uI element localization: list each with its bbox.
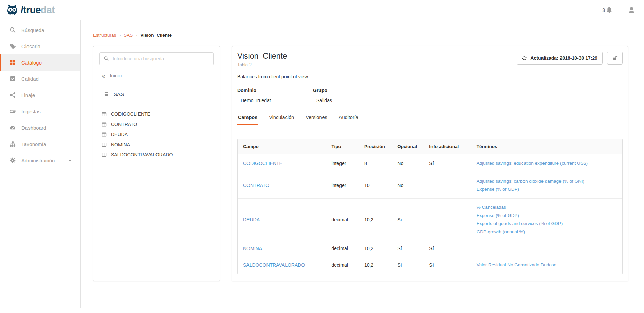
sidebar-item-label: Ingestas [21,109,41,114]
term-link[interactable]: Expense (% of GDP) [477,211,617,220]
lock-button[interactable] [607,52,623,65]
sidebar-item-administracion[interactable]: Administración [0,152,80,168]
field-precision: 10,2 [359,241,392,256]
breadcrumb-item[interactable]: Estructuras [93,33,116,38]
field-extra-info: Sí [424,241,471,256]
term-link[interactable]: Exports of goods and services (% of GDP) [477,220,617,228]
structure-description: Balances from client point of view [237,74,623,79]
detail-tabs: CamposVinculaciónVersionesAuditoría [237,112,623,125]
explorer-table-list: CODIGOCLIENTE CONTRATO DEUDA NOMINA SALD… [102,109,211,160]
explorer-table-item[interactable]: NOMINA [102,140,211,150]
structure-detail-panel: Vision_Cliente Tabla 2 Actualizada: 2 [232,46,628,281]
owl-logo-icon [5,3,19,17]
breadcrumb-separator: › [136,33,137,38]
term-link[interactable]: GDP growth (annual %) [477,228,617,236]
field-optional: No [392,154,424,172]
tags-icon [10,43,16,49]
meta-column: Grupo Salidas [304,88,342,103]
explorer-table-item[interactable]: DEUDA [102,129,211,140]
field-link[interactable]: CONTRATO [243,183,269,188]
field-precision: 10 [359,172,392,198]
term-link[interactable]: % Canceladas [477,203,617,211]
meta-label: Dominio [237,88,294,93]
explorer-table-item-label: DEUDA [111,132,128,137]
check-square-icon [10,76,16,82]
sidebar-item-label: Administración [21,158,55,163]
field-type: integer [326,154,359,172]
refresh-icon [522,56,527,61]
sidebar-item-catalogo[interactable]: Catálogo [0,54,80,71]
explorer-system-sas[interactable]: SAS [102,85,211,104]
field-link[interactable]: DEUDA [243,217,260,222]
sidebar-item-busqueda[interactable]: Búsqueda [0,22,80,38]
explorer-home-label: Inicio [110,73,122,78]
drive-icon [10,108,16,114]
field-link[interactable]: NOMINA [243,246,262,251]
column-header: Tipo [326,139,359,154]
fields-table-wrapper: CampoTipoPrecisiónOpcionalInfo adicional… [237,139,623,274]
updated-button[interactable]: Actualizada: 2018-10-30 17:29 [517,52,603,65]
chevrons-left-icon: « [102,74,105,77]
structure-meta: Dominio Demo Truedat Grupo Salidas [237,88,623,103]
sidebar-item-linaje[interactable]: Linaje [0,87,80,103]
sidebar-item-ingestas[interactable]: Ingestas [0,103,80,119]
sidebar: Búsqueda Glosario Catálogo Calidad Linaj… [0,20,81,308]
tab-campos[interactable]: Campos [237,112,258,125]
tab-vinculacion[interactable]: Vinculación [268,112,295,125]
explorer-table-item[interactable]: CONTRATO [102,119,211,129]
notifications-button[interactable]: 3 [602,7,612,13]
term-link[interactable]: Expense (% of GDP) [477,185,617,194]
term-link[interactable]: Adjusted savings: education expenditure … [477,159,617,167]
column-header: Opcional [392,139,424,154]
column-header: Campo [238,139,326,154]
sidebar-item-calidad[interactable]: Calidad [0,71,80,87]
structure-search [99,52,214,65]
field-optional: Sí [392,241,424,256]
sidebar-item-label: Linaje [21,92,35,98]
field-link[interactable]: SALDOCONTRAVALORADO [243,262,305,268]
sidebar-item-taxonomia[interactable]: Taxonomía [0,136,80,152]
column-header: Info adicional [424,139,471,154]
explorer-table-item-label: CONTRATO [111,122,137,127]
tab-versiones[interactable]: Versiones [305,112,328,125]
page-title: Vision_Cliente [237,52,287,61]
field-terms: Adjusted savings: carbon dioxide damage … [471,172,622,198]
field-terms: Adjusted savings: education expenditure … [471,154,622,172]
sidebar-item-label: Búsqueda [21,27,44,33]
column-header: Precisión [359,139,392,154]
field-terms [471,241,622,256]
table-row: SALDOCONTRAVALORADOdecimal10,2SíSíValor … [238,256,622,274]
bell-icon [606,7,612,13]
table-columns-icon [102,152,107,158]
breadcrumb-separator: › [119,33,121,38]
field-terms: % CanceladasExpense (% of GDP)Exports of… [471,198,622,241]
field-terms: Valor Residual No Garantizado Dudoso [471,256,622,274]
app-logo[interactable]: /truedat [5,3,55,17]
user-icon[interactable] [628,6,635,14]
field-extra-info: Sí [424,256,471,274]
explorer-table-item[interactable]: SALDOCONTRAVALORADO [102,150,211,160]
term-link[interactable]: Valor Residual No Garantizado Dudoso [477,261,617,269]
field-optional: No [392,172,424,198]
explorer-table-item[interactable]: CODIGOCLIENTE [102,109,211,119]
term-link[interactable]: Adjusted savings: carbon dioxide damage … [477,177,617,185]
explorer-system-label: SAS [114,91,124,97]
field-precision: 8 [359,154,392,172]
fields-table: CampoTipoPrecisiónOpcionalInfo adicional… [238,139,622,274]
sidebar-item-glosario[interactable]: Glosario [0,38,80,54]
structure-search-input[interactable] [99,52,214,65]
logo-text-primary: /true [21,4,41,15]
sitemap-icon [10,141,16,147]
meta-label: Grupo [313,88,332,93]
sidebar-item-dashboard[interactable]: Dashboard [0,119,80,136]
field-precision: 10,2 [359,256,392,274]
sidebar-item-label: Calidad [21,76,39,82]
meta-column: Dominio Demo Truedat [237,88,304,103]
explorer-home-button[interactable]: « Inicio [102,73,211,85]
tab-auditoria[interactable]: Auditoría [338,112,359,125]
field-link[interactable]: CODIGOCLIENTE [243,161,282,166]
sidebar-item-label: Taxonomía [21,141,46,147]
field-type: decimal [326,198,359,241]
search-icon [10,27,16,33]
breadcrumb-item[interactable]: SAS [124,33,133,38]
